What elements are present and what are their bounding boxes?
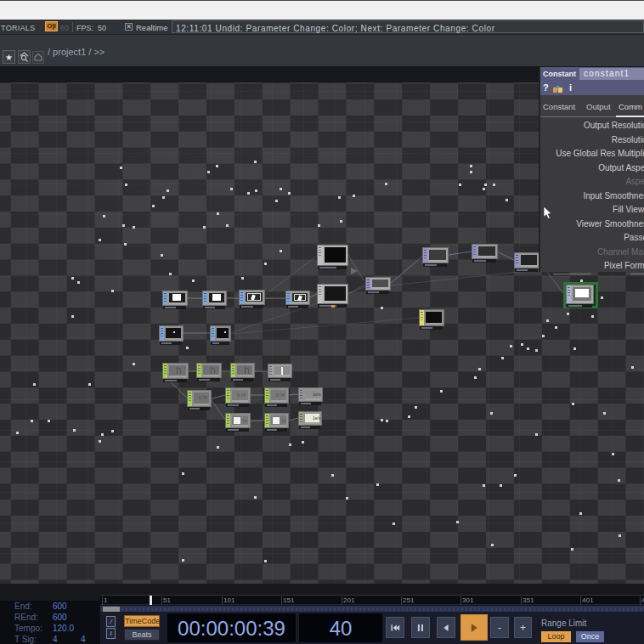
svg-text:?: ? — [556, 84, 560, 92]
